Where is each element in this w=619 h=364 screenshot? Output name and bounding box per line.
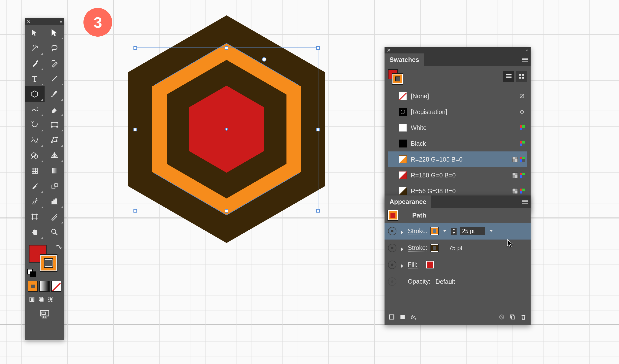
collapse-icon[interactable]: «	[526, 48, 528, 52]
swatch-row-red[interactable]: R=180 G=0 B=0	[388, 167, 527, 183]
panel-menu-icon[interactable]	[519, 195, 531, 208]
magic-wand-tool[interactable]	[25, 40, 45, 56]
lasso-tool[interactable]	[45, 40, 64, 56]
shape-builder-tool[interactable]	[25, 148, 45, 163]
svg-rect-66	[522, 203, 528, 204]
svg-rect-54	[519, 77, 521, 79]
svg-rect-41	[225, 209, 228, 212]
attr-label: Fill:	[408, 261, 417, 268]
stroke-weight-stepper[interactable]	[451, 228, 457, 235]
stroke-weight-input[interactable]	[460, 227, 485, 235]
artboard-tool[interactable]	[25, 209, 45, 224]
paintbrush-tool[interactable]	[45, 86, 64, 102]
draw-inside-icon[interactable]	[47, 295, 55, 304]
swatch-row-white[interactable]: White	[388, 120, 527, 136]
duplicate-item-icon[interactable]	[509, 314, 516, 321]
chevron-down-icon[interactable]	[442, 228, 448, 234]
stepper-down-icon[interactable]	[451, 231, 457, 235]
color-mode-solid[interactable]	[28, 281, 38, 292]
eyedropper-tool[interactable]	[25, 178, 45, 194]
tab-swatches[interactable]: Swatches	[385, 53, 424, 66]
curvature-tool[interactable]	[45, 56, 64, 71]
draw-behind-icon[interactable]	[37, 295, 46, 304]
slice-tool[interactable]	[45, 209, 64, 224]
new-fill-icon[interactable]	[399, 314, 406, 321]
visibility-icon[interactable]	[388, 261, 396, 269]
swatch-row-none[interactable]: [None]	[388, 88, 527, 104]
close-icon[interactable]	[387, 49, 390, 52]
chevron-right-icon[interactable]	[400, 246, 404, 250]
direct-selection-tool[interactable]	[45, 25, 64, 40]
chevron-right-icon[interactable]	[400, 229, 404, 233]
svg-rect-48	[522, 61, 528, 62]
column-graph-tool[interactable]	[45, 194, 64, 209]
chevron-right-icon[interactable]	[400, 263, 404, 267]
svg-rect-26	[50, 298, 52, 301]
line-segment-tool[interactable]	[45, 71, 64, 86]
type-tool[interactable]	[25, 71, 45, 86]
no-print-icon	[519, 93, 525, 99]
swatches-panel: « Swatches	[385, 47, 531, 212]
new-stroke-icon[interactable]	[388, 314, 395, 321]
global-color-icon	[512, 188, 518, 194]
svg-point-5	[57, 126, 58, 127]
tab-appearance[interactable]: Appearance	[385, 195, 431, 208]
chevron-down-icon[interactable]	[488, 228, 494, 234]
opacity-value: Default	[436, 278, 455, 285]
appearance-row-fill[interactable]: Fill:	[385, 256, 531, 273]
attr-label[interactable]: Opacity:	[408, 278, 431, 285]
pen-tool[interactable]	[25, 56, 45, 71]
swatch-row-orange[interactable]: R=228 G=105 B=0	[388, 151, 527, 167]
trash-icon[interactable]	[520, 314, 527, 321]
clear-appearance-icon[interactable]	[498, 314, 505, 321]
appearance-row-opacity[interactable]: Opacity: Default	[385, 273, 531, 290]
width-tool[interactable]	[25, 132, 45, 148]
add-effect-icon[interactable]: fx	[410, 314, 417, 321]
shaper-tool[interactable]	[25, 102, 45, 117]
draw-normal-icon[interactable]	[28, 295, 36, 304]
mesh-tool[interactable]	[25, 163, 45, 178]
stroke-color-chip[interactable]	[40, 254, 57, 272]
reflect-tool[interactable]	[45, 117, 64, 132]
visibility-icon[interactable]	[388, 244, 396, 252]
zoom-tool[interactable]	[45, 224, 64, 240]
change-screen-mode-icon[interactable]	[39, 310, 50, 319]
fill-color-chip[interactable]	[426, 261, 434, 268]
panel-menu-icon[interactable]	[519, 53, 531, 66]
eraser-tool[interactable]	[45, 102, 64, 117]
fill-stroke-indicator[interactable]	[25, 241, 64, 273]
svg-point-3	[57, 122, 58, 123]
stroke-color-chip[interactable]	[431, 244, 438, 252]
polygon-tool[interactable]	[25, 86, 45, 102]
perspective-grid-tool[interactable]	[45, 148, 64, 163]
registration-chip	[399, 108, 407, 116]
swap-fill-stroke-icon[interactable]	[55, 244, 62, 251]
selection-tool[interactable]	[25, 25, 45, 40]
swatch-row-registration[interactable]: [Registration]	[388, 104, 527, 120]
color-mode-gradient[interactable]	[39, 281, 50, 292]
stepper-up-icon[interactable]	[451, 228, 457, 231]
symbol-sprayer-tool[interactable]	[25, 194, 45, 209]
swatches-panel-header[interactable]: «	[385, 47, 531, 53]
gradient-tool[interactable]	[45, 163, 64, 178]
svg-point-20	[52, 229, 56, 233]
canvas-artwork[interactable]	[98, 15, 355, 243]
blend-tool[interactable]	[45, 178, 64, 194]
appearance-row-stroke-2[interactable]: Stroke: 75 pt	[385, 240, 531, 256]
active-stroke-swatch[interactable]	[392, 74, 403, 84]
free-transform-tool[interactable]	[45, 132, 64, 148]
appearance-toolbar: fx	[385, 310, 531, 325]
visibility-icon[interactable]	[388, 227, 396, 235]
hand-tool[interactable]	[25, 224, 45, 240]
color-mode-none[interactable]	[51, 281, 61, 292]
grid-view-icon[interactable]	[516, 71, 527, 82]
swatch-row-black[interactable]: Black	[388, 136, 527, 151]
list-view-icon[interactable]	[503, 71, 514, 82]
rotate-tool[interactable]	[25, 117, 45, 132]
stroke-color-chip[interactable]	[431, 227, 438, 235]
close-icon[interactable]	[27, 20, 30, 24]
collapse-icon[interactable]: «	[60, 19, 62, 24]
appearance-row-stroke-1[interactable]: Stroke:	[385, 223, 531, 240]
svg-point-4	[51, 126, 52, 127]
tools-panel-header[interactable]: «	[25, 18, 64, 25]
